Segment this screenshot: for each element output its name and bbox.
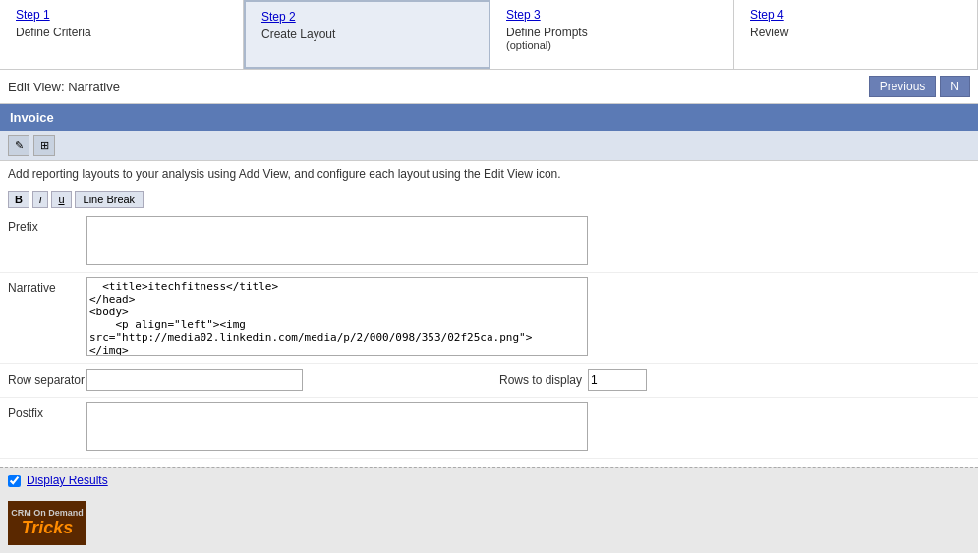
rows-to-display-label: Rows to display — [499, 373, 582, 387]
display-results-link[interactable]: Display Results — [27, 474, 108, 487]
italic-button[interactable]: i — [32, 191, 48, 208]
narrative-label: Narrative — [8, 277, 86, 295]
format-bar: B i u Line Break — [0, 187, 978, 212]
crm-top-label: CRM On Demand — [11, 508, 84, 518]
step4-label: Review — [750, 26, 961, 39]
form-section: Prefix Narrative Row separator Rows to d… — [0, 212, 978, 467]
step1-label: Define Criteria — [16, 26, 227, 39]
step2-num: Step 2 — [261, 10, 473, 24]
crm-bottom-label: Tricks — [22, 518, 74, 538]
icon-bar: ✎ ⊞ — [0, 131, 978, 161]
step4-num: Step 4 — [750, 8, 961, 22]
prefix-control — [86, 216, 970, 268]
previous-button[interactable]: Previous — [869, 76, 937, 97]
display-results-checkbox[interactable] — [8, 475, 21, 487]
prefix-input[interactable] — [86, 216, 588, 265]
quote-preview: Quote Created: (Quotes are valid for 30 … — [0, 553, 978, 560]
step3-label: Define Prompts — [506, 26, 718, 39]
step-3[interactable]: Step 3 Define Prompts (optional) — [490, 0, 734, 69]
crm-logo: CRM On Demand Tricks — [8, 501, 86, 545]
step-4[interactable]: Step 4 Review — [734, 0, 978, 69]
step3-num: Step 3 — [506, 8, 718, 22]
postfix-input[interactable] — [86, 402, 588, 451]
step-2[interactable]: Step 2 Create Layout — [244, 0, 490, 69]
step-1[interactable]: Step 1 Define Criteria — [0, 0, 244, 69]
step1-num: Step 1 — [16, 8, 227, 22]
underline-button[interactable]: u — [51, 191, 71, 208]
bold-button[interactable]: B — [8, 191, 29, 208]
info-text: Add reporting layouts to your analysis u… — [0, 161, 978, 187]
crm-logo-area: CRM On Demand Tricks — [0, 493, 978, 553]
next-button[interactable]: N — [940, 76, 970, 97]
row-separator-input[interactable] — [86, 369, 303, 391]
edit-icon[interactable]: ✎ — [8, 135, 29, 156]
step2-label: Create Layout — [261, 28, 473, 41]
toolbar-row: Edit View: Narrative Previous N — [0, 70, 978, 104]
step3-sublabel: (optional) — [506, 39, 718, 51]
display-results-row: Display Results — [0, 467, 978, 493]
prefix-row: Prefix — [0, 212, 978, 273]
rows-to-display-input[interactable] — [588, 369, 647, 391]
row-separator-label: Row separator — [8, 373, 86, 387]
line-break-button[interactable]: Line Break — [75, 191, 144, 208]
narrative-row: Narrative — [0, 273, 978, 364]
prefix-label: Prefix — [8, 216, 86, 234]
section-header: Invoice — [0, 104, 978, 131]
postfix-row: Postfix — [0, 398, 978, 459]
narrative-input[interactable] — [86, 277, 588, 356]
postfix-label: Postfix — [8, 402, 86, 420]
row-separator-row: Row separator Rows to display — [0, 364, 978, 398]
nav-buttons: Previous N — [869, 76, 970, 97]
narrative-control — [86, 277, 970, 359]
view-icon[interactable]: ⊞ — [33, 135, 55, 156]
postfix-control — [86, 402, 970, 454]
steps-header: Step 1 Define Criteria Step 2 Create Lay… — [0, 0, 978, 70]
view-title: Edit View: Narrative — [8, 80, 120, 94]
